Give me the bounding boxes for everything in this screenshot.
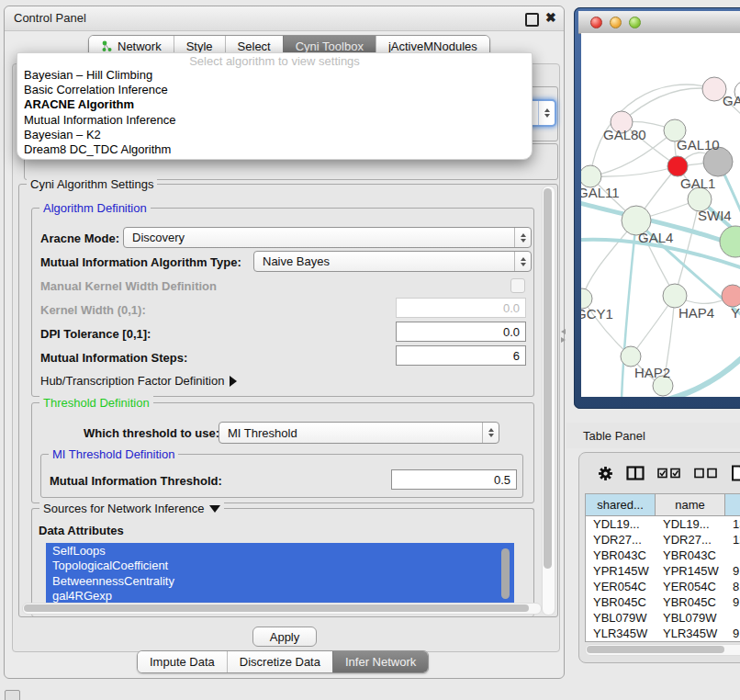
minimize-window-icon[interactable] bbox=[610, 17, 622, 28]
manual-kernel-width-label: Manual Kernel Width Definition bbox=[40, 279, 217, 293]
dropdown-item-selected[interactable]: ARACNE Algorithm bbox=[17, 97, 532, 112]
dropdown-placeholder: Select algorithm to view settings bbox=[17, 54, 532, 68]
algorithm-dropdown-popup: Select algorithm to view settings Bayesi… bbox=[17, 52, 533, 160]
dropdown-item[interactable]: Mutual Information Inference bbox=[17, 113, 532, 128]
list-item[interactable]: TopologicalCoefficient bbox=[46, 559, 514, 574]
columns-icon[interactable] bbox=[626, 466, 645, 480]
scrollbar-thumb[interactable] bbox=[24, 604, 529, 612]
dpi-tolerance-field[interactable]: 0.0 bbox=[396, 322, 526, 342]
combo-spinner bbox=[538, 101, 555, 125]
apply-button[interactable]: Apply bbox=[252, 627, 317, 647]
node-label: GAL1 bbox=[680, 175, 715, 191]
node-label: HAP2 bbox=[634, 365, 670, 380]
dropdown-item[interactable]: Basic Correlation Inference bbox=[17, 83, 532, 97]
node-salmon[interactable] bbox=[722, 285, 740, 307]
mi-steps-label: Mutual Information Steps: bbox=[40, 351, 187, 365]
column-header[interactable]: shared... bbox=[586, 494, 656, 515]
splitter-handle[interactable] bbox=[560, 327, 567, 347]
group-title: Cyni Algorithm Settings bbox=[27, 177, 157, 191]
table-row[interactable]: YPR145WYPR145W9. bbox=[586, 563, 740, 579]
node-label: GAL11 bbox=[581, 185, 620, 200]
node-gal1[interactable] bbox=[667, 156, 688, 176]
table-panel-titlebar: Table Panel bbox=[566, 423, 740, 448]
network-view-window[interactable]: GAL GAL80 GAL10 GAL1 GAL11 SWI4 GAL4 GCY… bbox=[574, 7, 740, 409]
list-item[interactable]: SelfLoops bbox=[46, 543, 514, 559]
close-window-icon[interactable] bbox=[590, 17, 602, 28]
combo-spinner bbox=[514, 228, 531, 247]
network-canvas[interactable]: GAL GAL80 GAL10 GAL1 GAL11 SWI4 GAL4 GCY… bbox=[581, 33, 740, 397]
node-hap2[interactable] bbox=[621, 346, 641, 367]
which-threshold-label: Which threshold to use: bbox=[84, 426, 219, 440]
deselect-all-checkboxes-icon[interactable] bbox=[694, 468, 718, 479]
tab-label: Style bbox=[186, 40, 213, 53]
tab-discretize-data[interactable]: Discretize Data bbox=[227, 651, 332, 672]
file-icon[interactable] bbox=[731, 465, 740, 481]
dropdown-item[interactable]: Bayesian – K2 bbox=[17, 128, 532, 142]
dropdown-item[interactable]: Bayesian – Hill Climbing bbox=[17, 68, 532, 83]
maximize-window-icon[interactable] bbox=[629, 17, 641, 28]
table-panel: shared... name YDL19...YDL19...13 YDR27.… bbox=[578, 452, 740, 663]
table-row[interactable]: YER054CYER054C8. bbox=[586, 579, 740, 594]
group-title: Algorithm Definition bbox=[39, 201, 151, 215]
combo-spinner bbox=[482, 423, 499, 443]
group-title: MI Threshold Definition bbox=[49, 447, 178, 461]
which-threshold-combo[interactable]: MI Threshold bbox=[219, 422, 499, 444]
manual-kernel-width-checkbox[interactable] bbox=[510, 278, 525, 293]
list-scrollbar-thumb[interactable] bbox=[501, 548, 510, 599]
close-panel-icon[interactable]: ✖ bbox=[545, 10, 556, 25]
node-table[interactable]: shared... name YDL19...YDL19...13 YDR27.… bbox=[585, 493, 740, 642]
node-label: HAP4 bbox=[678, 305, 714, 321]
group-title: Threshold Definition bbox=[39, 396, 153, 410]
panel-title: Control Panel bbox=[14, 11, 86, 25]
list-item[interactable]: BetweennessCentrality bbox=[46, 573, 514, 589]
settings-vertical-scrollbar[interactable] bbox=[542, 186, 555, 615]
table-panel-title: Table Panel bbox=[583, 429, 645, 443]
data-attributes-list[interactable]: SelfLoops TopologicalCoefficient Between… bbox=[46, 543, 514, 604]
settings-horizontal-scrollbar[interactable] bbox=[22, 603, 542, 615]
scrollbar-thumb[interactable] bbox=[587, 646, 724, 653]
control-panel-titlebar: Control Panel ✖ bbox=[5, 6, 564, 31]
tab-label: Network bbox=[118, 40, 162, 53]
dropdown-item[interactable]: Dream8 DC_TDC Algorithm bbox=[17, 142, 532, 157]
table-horizontal-scrollbar[interactable] bbox=[585, 644, 740, 656]
hub-definition-toggle[interactable]: Hub/Transcription Factor Definition bbox=[40, 374, 237, 388]
scrollbar-thumb[interactable] bbox=[544, 188, 552, 569]
mi-threshold-field[interactable]: 0.5 bbox=[391, 469, 517, 490]
tab-impute-data[interactable]: Impute Data bbox=[138, 651, 227, 672]
table-row[interactable]: YBR045CYBR045C9. bbox=[586, 594, 740, 610]
table-row[interactable]: YIL052CYIL052C9 bbox=[586, 641, 740, 642]
combo-spinner bbox=[514, 252, 531, 271]
tab-label: jActiveMNodules bbox=[388, 40, 477, 53]
group-title: Sources for Network Inference bbox=[39, 502, 224, 515]
column-header[interactable]: name bbox=[656, 494, 725, 515]
table-row[interactable]: YDR27...YDR27...12 bbox=[586, 532, 740, 548]
mi-algorithm-type-combo[interactable]: Naive Bayes bbox=[253, 251, 532, 272]
list-item[interactable]: gal4RGexp bbox=[46, 589, 514, 604]
node-label: GCY1 bbox=[581, 306, 613, 322]
kernel-width-label: Kernel Width (0,1): bbox=[40, 303, 146, 317]
expanded-arrow-icon[interactable] bbox=[209, 505, 220, 513]
table-row[interactable]: YDL19...YDL19...13 bbox=[586, 516, 740, 532]
network-window-titlebar[interactable] bbox=[578, 11, 740, 34]
aracne-mode-combo[interactable]: Discovery bbox=[123, 227, 532, 248]
tab-infer-network[interactable]: Infer Network bbox=[332, 651, 428, 672]
table-row[interactable]: YBL079WYBL079W bbox=[586, 610, 740, 626]
collapsed-arrow-icon bbox=[230, 376, 237, 387]
dpi-tolerance-label: DPI Tolerance [0,1]: bbox=[40, 327, 151, 341]
select-all-checkboxes-icon[interactable] bbox=[657, 468, 681, 479]
table-body: YDL19...YDL19...13 YDR27...YDR27...12 YB… bbox=[586, 516, 740, 642]
tab-label: Cyni Toolbox bbox=[296, 40, 364, 53]
table-row[interactable]: YLR345WYLR345W9. bbox=[586, 626, 740, 641]
sources-title: Sources for Network Inference bbox=[43, 502, 205, 515]
float-panel-icon[interactable] bbox=[525, 13, 539, 27]
table-row[interactable]: YBR043CYBR043C bbox=[586, 548, 740, 563]
node-green-large[interactable] bbox=[720, 226, 740, 257]
tab-label: Discretize Data bbox=[240, 655, 320, 669]
column-header[interactable] bbox=[725, 494, 740, 515]
mi-algorithm-type-label: Mutual Information Algorithm Type: bbox=[40, 255, 241, 269]
node-label: SWI4 bbox=[698, 208, 732, 223]
minimized-panel-icon[interactable] bbox=[5, 690, 20, 700]
kernel-width-field[interactable]: 0.0 bbox=[396, 298, 526, 318]
gear-icon[interactable] bbox=[598, 466, 613, 481]
mi-steps-field[interactable]: 6 bbox=[396, 345, 526, 366]
